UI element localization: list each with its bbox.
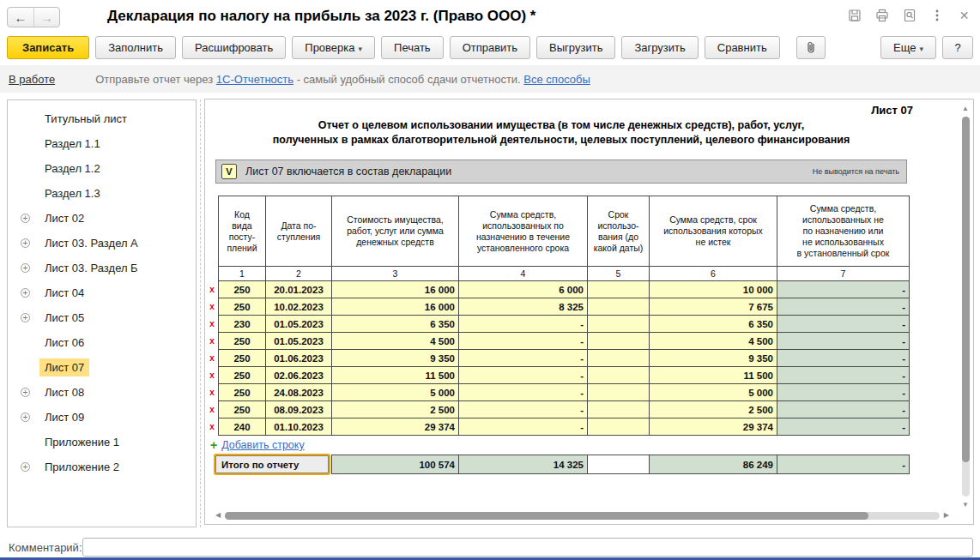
table-cell-r5-c0[interactable]: 250 [219,367,266,384]
table-cell-r4-c6[interactable]: - [777,350,910,367]
table-cell-r0-c0[interactable]: 250 [219,281,266,298]
table-cell-r6-c0[interactable]: 250 [219,384,266,401]
scroll-right-icon[interactable]: ▶ [944,511,949,520]
more-button[interactable]: Еще▾ [880,36,936,59]
sidebar-item-5[interactable]: +Лист 03. Раздел А [8,231,196,256]
table-cell-r3-c2[interactable]: 4 500 [332,333,459,350]
table-cell-r3-c6[interactable]: - [777,333,910,350]
sidebar-item-3[interactable]: Раздел 1.3 [8,181,196,206]
table-cell-r7-c4[interactable] [588,401,650,418]
table-cell-r0-c2[interactable]: 16 000 [332,281,459,298]
back-arrow-icon[interactable]: ← [8,8,33,27]
vertical-scroll-thumb[interactable] [962,117,970,462]
close-icon[interactable]: ✕ [957,8,971,22]
table-cell-r8-c2[interactable]: 29 374 [332,418,459,436]
table-cell-r0-c4[interactable] [588,281,650,298]
toolbar-button-7[interactable]: Сравнить [705,36,780,59]
table-cell-r7-c2[interactable]: 2 500 [332,401,459,418]
table-cell-r7-c5[interactable]: 2 500 [650,401,777,418]
toolbar-button-6[interactable]: Загрузить [621,36,698,59]
delete-row-icon[interactable]: x [208,401,216,418]
table-cell-r2-c4[interactable] [588,316,650,333]
table-cell-r2-c2[interactable]: 6 350 [332,316,459,333]
table-cell-r7-c3[interactable]: - [459,401,588,418]
add-row-link[interactable]: Добавить строку [221,439,304,451]
table-cell-r0-c1[interactable]: 20.01.2023 [266,281,332,298]
sidebar-item-1[interactable]: Раздел 1.1 [8,131,196,156]
toolbar-button-3[interactable]: Печать [381,36,444,59]
delete-row-icon[interactable]: x [208,384,216,401]
table-cell-r5-c6[interactable]: - [777,367,910,384]
sidebar-item-10[interactable]: Лист 07 [8,355,196,380]
table-cell-r5-c3[interactable]: - [459,367,588,384]
table-cell-r3-c5[interactable]: 4 500 [650,333,777,350]
table-cell-r3-c4[interactable] [588,333,650,350]
toolbar-button-4[interactable]: Отправить [450,36,530,59]
delete-row-icon[interactable]: x [208,316,216,333]
delete-row-icon[interactable]: x [208,298,216,316]
table-cell-r3-c1[interactable]: 01.05.2023 [266,333,332,350]
scroll-up-icon[interactable]: ▲ [962,105,969,112]
table-cell-r3-c0[interactable]: 250 [219,333,266,350]
table-cell-r1-c2[interactable]: 16 000 [332,298,459,316]
table-cell-r1-c1[interactable]: 10.02.2023 [266,298,332,316]
table-cell-r0-c3[interactable]: 6 000 [459,281,588,298]
delete-row-icon[interactable]: x [208,333,216,350]
print-icon[interactable] [874,8,889,22]
expand-plus-icon[interactable]: + [21,313,30,322]
toolbar-button-5[interactable]: Выгрузить [536,36,615,59]
toolbar-button-0[interactable]: Заполнить [95,36,176,59]
save-icon[interactable] [847,8,862,22]
sidebar-item-13[interactable]: Приложение 1 [8,430,196,455]
delete-row-icon[interactable]: x [208,418,216,436]
delete-row-icon[interactable]: x [208,350,216,367]
table-cell-r1-c3[interactable]: 8 325 [459,298,588,316]
sidebar-item-2[interactable]: Раздел 1.2 [8,156,196,181]
sidebar-item-11[interactable]: +Лист 08 [8,380,196,405]
table-cell-r5-c1[interactable]: 02.06.2023 [266,367,332,384]
table-cell-r0-c5[interactable]: 10 000 [650,281,777,298]
toolbar-button-2[interactable]: Проверка▾ [292,36,375,59]
table-cell-r5-c5[interactable]: 11 500 [650,367,777,384]
table-cell-r1-c4[interactable] [588,298,650,316]
table-cell-r4-c3[interactable]: - [459,350,588,367]
scroll-down-icon[interactable]: ▼ [962,501,969,509]
expand-plus-icon[interactable]: + [21,263,30,273]
table-cell-r6-c6[interactable]: - [777,384,910,401]
table-cell-r7-c0[interactable]: 250 [219,401,266,418]
save-button[interactable]: Записать [7,36,89,59]
sidebar-item-12[interactable]: +Лист 09 [8,405,196,430]
table-cell-r1-c5[interactable]: 7 675 [650,298,777,316]
table-cell-r6-c1[interactable]: 24.08.2023 [266,384,332,401]
table-cell-r4-c0[interactable]: 250 [219,350,266,367]
1c-reporting-link[interactable]: 1С-Отчетность [216,73,293,86]
table-cell-r4-c4[interactable] [588,350,650,367]
scroll-left-icon[interactable]: ◀ [215,511,221,520]
expand-plus-icon[interactable]: + [21,214,30,223]
table-cell-r2-c3[interactable]: - [459,316,588,333]
table-cell-r4-c5[interactable]: 9 350 [650,350,777,367]
table-cell-r8-c4[interactable] [588,418,650,436]
table-cell-r8-c3[interactable]: - [459,418,588,436]
vertical-scroll-track[interactable] [962,117,970,497]
all-methods-link[interactable]: Все способы [523,73,590,86]
table-cell-r2-c1[interactable]: 01.05.2023 [266,316,332,333]
horizontal-scroll-thumb[interactable] [225,512,868,520]
table-cell-r7-c6[interactable]: - [777,401,910,418]
help-button[interactable]: ? [942,36,973,59]
attachment-button[interactable] [796,36,826,59]
comment-input[interactable] [82,538,973,557]
sidebar-item-8[interactable]: +Лист 05 [8,305,196,330]
table-cell-r5-c2[interactable]: 11 500 [332,367,459,384]
table-cell-r7-c1[interactable]: 08.09.2023 [266,401,332,418]
sidebar-item-14[interactable]: +Приложение 2 [8,455,196,479]
table-cell-r8-c6[interactable]: - [777,418,910,436]
table-cell-r2-c5[interactable]: 6 350 [650,316,777,333]
sidebar-item-6[interactable]: +Лист 03. Раздел Б [8,256,196,280]
table-cell-r4-c1[interactable]: 01.06.2023 [266,350,332,367]
expand-plus-icon[interactable]: + [21,412,30,422]
table-cell-r1-c6[interactable]: - [777,298,910,316]
toolbar-button-1[interactable]: Расшифровать [182,36,286,59]
horizontal-scroll-track[interactable] [225,512,940,520]
expand-plus-icon[interactable]: + [21,288,30,298]
